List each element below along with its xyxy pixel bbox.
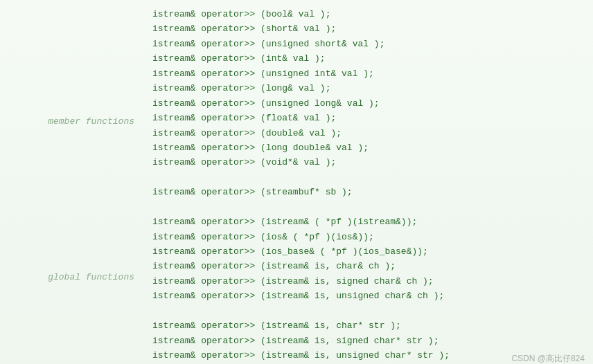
code-line: istream& operator>> (bool& val );	[152, 7, 579, 21]
code-line: istream& operator>> (istream& is, signed…	[152, 334, 579, 348]
code-line: istream& operator>> (float& val );	[152, 111, 579, 125]
code-line: istream& operator>> (istream& is, char* …	[152, 318, 579, 333]
global-functions-label: global functions	[0, 272, 145, 282]
code-line: istream& operator>> (unsigned int& val )…	[152, 66, 579, 81]
code-line: istream& operator>> (int& val );	[152, 51, 579, 66]
code-line	[152, 170, 579, 185]
code-line	[152, 304, 579, 318]
code-line: istream& operator>> (ios& ( *pf )(ios&))…	[152, 230, 579, 244]
code-line: istream& operator>> (void*& val );	[152, 155, 579, 170]
main-container: member functions global functions istrea…	[0, 0, 593, 364]
code-line: istream& operator>> (streambuf* sb );	[152, 185, 579, 199]
code-line: istream& operator>> (istream& is, unsign…	[152, 289, 579, 303]
code-area: istream& operator>> (bool& val );istream…	[145, 0, 593, 364]
member-functions-label: member functions	[0, 116, 145, 127]
code-line: istream& operator>> (double& val );	[152, 126, 579, 140]
code-line: istream& operator>> (ios_base& ( *pf )(i…	[152, 244, 579, 259]
sidebar: member functions global functions	[0, 0, 145, 364]
code-line: istream& operator>> (long& val );	[152, 81, 579, 95]
code-line: istream& operator>> (long double& val );	[152, 140, 579, 155]
code-line: istream& operator>> (istream& is, signed…	[152, 274, 579, 289]
watermark: CSDN @高比仔824	[511, 353, 585, 365]
code-line: istream& operator>> (unsigned long& val …	[152, 96, 579, 111]
code-line	[152, 200, 579, 215]
code-line: istream& operator>> (unsigned short& val…	[152, 37, 579, 51]
code-line: istream& operator>> (short& val );	[152, 21, 579, 36]
code-line: istream& operator>> (istream& is, char& …	[152, 259, 579, 273]
code-line: istream& operator>> (istream& ( *pf )(is…	[152, 215, 579, 229]
